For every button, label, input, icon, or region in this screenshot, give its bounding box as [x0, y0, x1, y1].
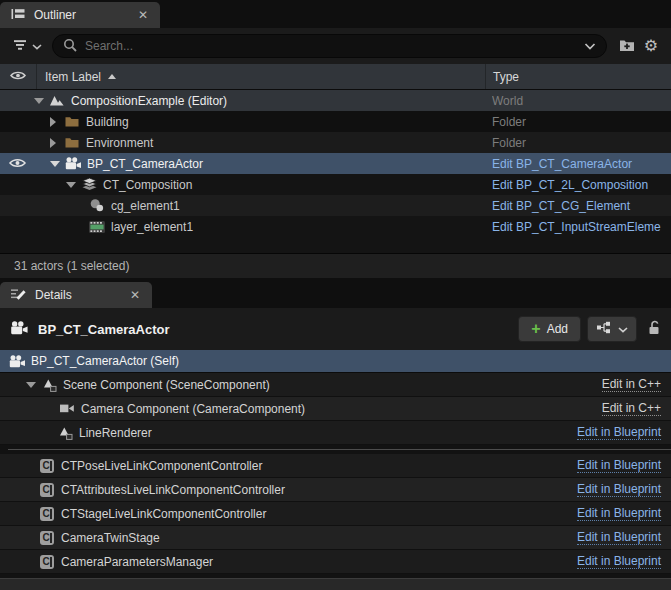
- component-row-cameratwinstage[interactable]: C CameraTwinStage Edit in Blueprint: [0, 526, 671, 550]
- sort-ascending-icon: [108, 74, 116, 79]
- world-icon: [48, 95, 66, 106]
- component-tree: BP_CT_CameraActor (Self) Scene Component…: [0, 350, 671, 574]
- type-column-header[interactable]: Type: [485, 64, 671, 89]
- row-label: Scene Component (SceneComponent): [63, 378, 270, 392]
- chevron-down-icon: [618, 322, 628, 336]
- component-icon: C: [38, 531, 56, 545]
- outliner-row-camera-actor[interactable]: BP_CT_CameraActor Edit BP_CT_CameraActor: [0, 153, 671, 174]
- create-folder-button[interactable]: [615, 34, 639, 58]
- filter-icon: [12, 39, 28, 54]
- tab-details[interactable]: Details ✕: [0, 282, 152, 308]
- edit-in-cpp-link[interactable]: Edit in C++: [602, 401, 661, 416]
- search-input[interactable]: [85, 39, 584, 53]
- lock-details-button[interactable]: [648, 320, 661, 338]
- eye-icon: [10, 70, 26, 84]
- component-row-cameraparametersmanager[interactable]: C CameraParametersManager Edit in Bluepr…: [0, 550, 671, 574]
- row-type: Folder: [492, 115, 671, 129]
- expand-arrow-icon[interactable]: [50, 117, 56, 127]
- actor-count-text: 31 actors (1 selected): [14, 259, 129, 273]
- search-box[interactable]: [52, 34, 607, 58]
- scene-component-icon: [56, 426, 74, 440]
- outliner-row-cg-element[interactable]: cg_element1 Edit BP_CT_CG_Element: [0, 195, 671, 216]
- component-row-self[interactable]: BP_CT_CameraActor (Self): [0, 350, 671, 373]
- details-header: BP_CT_CameraActor + Add: [0, 308, 671, 350]
- outliner-tab-icon: [10, 7, 26, 24]
- search-options-chevron-icon[interactable]: [584, 39, 596, 53]
- expand-arrow-icon[interactable]: [26, 382, 36, 388]
- details-bottom-strip: [0, 578, 671, 590]
- edit-blueprint-link[interactable]: Edit BP_CT_2L_Composition: [492, 178, 648, 192]
- row-label: BP_CT_CameraActor: [87, 157, 203, 171]
- outliner-status-bar: 31 actors (1 selected): [0, 253, 671, 278]
- component-icon: C: [38, 507, 56, 521]
- component-row-camera[interactable]: Camera Component (CameraComponent) Edit …: [0, 397, 671, 421]
- edit-in-cpp-link[interactable]: Edit in C++: [602, 377, 661, 392]
- hierarchy-icon: [596, 321, 612, 337]
- component-row-scene[interactable]: Scene Component (SceneComponent) Edit in…: [0, 373, 671, 397]
- filter-button[interactable]: [8, 36, 46, 57]
- close-icon[interactable]: ✕: [128, 288, 142, 302]
- edit-blueprint-link[interactable]: Edit BP_CT_CameraActor: [492, 157, 632, 171]
- expand-arrow-icon[interactable]: [34, 98, 44, 104]
- expand-arrow-icon[interactable]: [66, 182, 76, 188]
- edit-in-blueprint-link[interactable]: Edit in Blueprint: [577, 506, 661, 521]
- item-label-header-text: Item Label: [45, 70, 101, 84]
- row-label: LineRenderer: [79, 426, 152, 440]
- row-label: CameraParametersManager: [61, 555, 213, 569]
- row-label: BP_CT_CameraActor (Self): [31, 354, 179, 368]
- component-icon: C: [38, 459, 56, 473]
- outliner-row-layer-element[interactable]: layer_element1 Edit BP_CT_InputStreamEle…: [0, 216, 671, 237]
- details-tab-icon: [10, 286, 27, 304]
- folder-icon: [63, 116, 81, 127]
- component-row-ctattributes[interactable]: C CTAttributesLiveLinkComponentControlle…: [0, 478, 671, 502]
- outliner-settings-button[interactable]: ⚙: [639, 34, 663, 58]
- row-label: CTStageLiveLinkComponentController: [61, 507, 266, 521]
- outliner-row-composition[interactable]: CT_Composition Edit BP_CT_2L_Composition: [0, 174, 671, 195]
- outliner-empty-area: [0, 237, 671, 253]
- component-row-linerenderer[interactable]: LineRenderer Edit in Blueprint: [0, 421, 671, 445]
- edit-in-blueprint-link[interactable]: Edit in Blueprint: [577, 458, 661, 473]
- layers-icon: [80, 178, 98, 191]
- edit-in-blueprint-link[interactable]: Edit in Blueprint: [577, 530, 661, 545]
- row-label: Camera Component (CameraComponent): [81, 402, 305, 416]
- edit-in-blueprint-link[interactable]: Edit in Blueprint: [577, 425, 661, 440]
- search-icon: [63, 38, 77, 55]
- scene-component-icon: [40, 378, 58, 392]
- component-icon: C: [38, 483, 56, 497]
- edit-blueprint-link[interactable]: Edit BP_CT_CG_Element: [492, 199, 630, 213]
- film-strip-icon: [88, 221, 106, 233]
- details-tab-label: Details: [35, 288, 72, 302]
- row-label: Building: [86, 115, 129, 129]
- expand-arrow-icon[interactable]: [50, 138, 56, 148]
- row-label: cg_element1: [111, 199, 180, 213]
- row-label: layer_element1: [111, 220, 193, 234]
- outliner-tree: CompositionExample (Editor) World Buildi…: [0, 90, 671, 237]
- outliner-row-world[interactable]: CompositionExample (Editor) World: [0, 90, 671, 111]
- cine-camera-icon: [10, 321, 29, 338]
- edit-in-blueprint-link[interactable]: Edit in Blueprint: [577, 482, 661, 497]
- component-row-ctpose[interactable]: C CTPoseLiveLinkComponentController Edit…: [0, 454, 671, 478]
- tab-outliner[interactable]: Outliner ✕: [0, 2, 160, 28]
- outliner-toolbar: ⚙: [0, 28, 671, 64]
- outliner-tab-label: Outliner: [34, 8, 76, 22]
- folder-icon: [63, 137, 81, 148]
- add-component-button[interactable]: + Add: [518, 316, 581, 342]
- chevron-down-icon: [32, 39, 42, 53]
- unreal-editor-panels: Outliner ✕ ⚙: [0, 0, 671, 590]
- outliner-row-environment[interactable]: Environment Folder: [0, 132, 671, 153]
- visibility-column-header[interactable]: [0, 64, 37, 89]
- view-options-button[interactable]: [587, 316, 637, 342]
- expand-arrow-icon[interactable]: [50, 161, 60, 167]
- component-icon: C: [38, 555, 56, 569]
- outliner-row-building[interactable]: Building Folder: [0, 111, 671, 132]
- row-label: CTAttributesLiveLinkComponentController: [61, 483, 285, 497]
- item-label-column-header[interactable]: Item Label: [37, 70, 116, 84]
- visibility-eye-icon[interactable]: [9, 157, 26, 172]
- details-tabbar: Details ✕: [0, 278, 671, 308]
- component-row-ctstage[interactable]: C CTStageLiveLinkComponentController Edi…: [0, 502, 671, 526]
- edit-in-blueprint-link[interactable]: Edit in Blueprint: [577, 554, 661, 569]
- row-type: Folder: [492, 136, 671, 150]
- close-icon[interactable]: ✕: [136, 8, 150, 22]
- camera-component-icon: [58, 403, 76, 414]
- edit-blueprint-link[interactable]: Edit BP_CT_InputStreamEleme: [492, 220, 661, 234]
